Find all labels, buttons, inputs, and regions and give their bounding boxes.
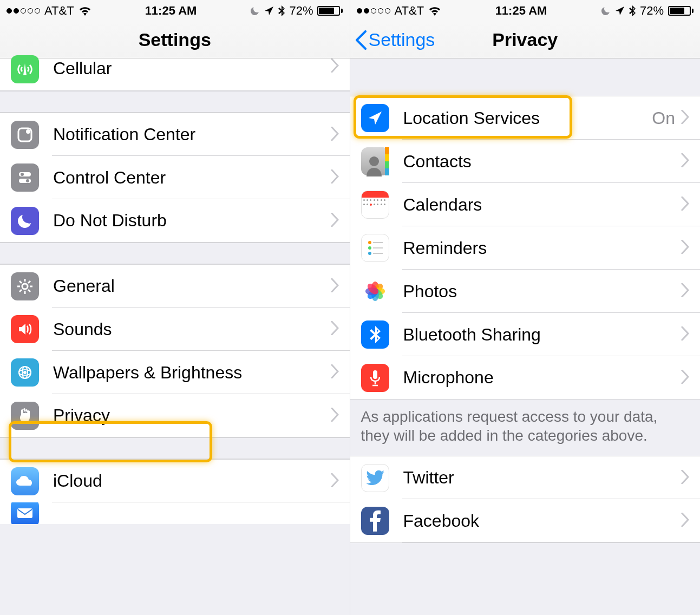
settings-pane: AT&T 11:25 AM 72% Settings — [0, 0, 350, 615]
sounds-icon — [11, 315, 39, 343]
icloud-icon — [11, 467, 39, 495]
privacy-pane: AT&T 11:25 AM 72% Settings Privacy — [350, 0, 701, 615]
microphone-icon — [361, 364, 389, 392]
location-arrow-icon — [264, 6, 274, 16]
status-time: 11:25 AM — [495, 4, 547, 18]
row-value: On — [652, 108, 675, 128]
chevron-right-icon — [681, 153, 689, 169]
chevron-right-icon — [681, 470, 689, 486]
row-label: Do Not Disturb — [53, 211, 330, 231]
chevron-right-icon — [330, 408, 339, 424]
cellular-icon — [11, 55, 39, 83]
settings-row-control-center[interactable]: Control Center — [0, 156, 350, 199]
settings-row-icloud[interactable]: iCloud — [0, 459, 350, 502]
section-footer: As applications request access to your d… — [350, 400, 701, 456]
chevron-right-icon — [330, 473, 339, 489]
svg-rect-23 — [17, 508, 32, 518]
row-label: Notification Center — [53, 125, 330, 145]
chevron-right-icon — [330, 213, 339, 229]
chevron-right-icon — [681, 513, 689, 529]
battery-icon — [668, 6, 694, 16]
privacy-row-reminders[interactable]: Reminders — [350, 226, 701, 270]
bluetooth-icon — [278, 5, 285, 16]
location-arrow-icon — [615, 6, 625, 16]
back-label: Settings — [369, 29, 435, 50]
row-label: Bluetooth Sharing — [403, 325, 681, 345]
status-bar: AT&T 11:25 AM 72% — [0, 0, 350, 22]
settings-row-privacy[interactable]: Privacy — [0, 394, 350, 437]
privacy-row-contacts[interactable]: Contacts — [350, 140, 701, 183]
row-label: Photos — [403, 282, 681, 302]
nav-bar: Settings Privacy — [350, 22, 701, 58]
bluetooth-icon — [629, 5, 636, 16]
chevron-right-icon — [681, 240, 689, 256]
svg-point-6 — [22, 284, 28, 289]
signal-dots-icon — [6, 8, 40, 14]
chevron-right-icon — [681, 283, 689, 299]
privacy-row-twitter[interactable]: Twitter — [350, 456, 701, 499]
row-label: Microphone — [403, 368, 681, 388]
row-label: Facebook — [403, 511, 681, 531]
chevron-right-icon — [681, 110, 689, 126]
chevron-right-icon — [330, 364, 339, 381]
twitter-icon — [361, 464, 389, 492]
settings-row-notification-center[interactable]: Notification Center — [0, 113, 350, 156]
page-title: Privacy — [492, 29, 558, 50]
control-center-icon — [11, 163, 39, 192]
row-label: Reminders — [403, 238, 681, 258]
row-label: Control Center — [53, 168, 330, 188]
privacy-row-calendars[interactable]: Calendars — [350, 183, 701, 226]
chevron-right-icon — [330, 127, 339, 143]
location-services-icon — [361, 104, 389, 132]
chevron-right-icon — [330, 58, 339, 75]
privacy-row-photos[interactable]: Photos — [350, 270, 701, 313]
svg-point-16 — [23, 371, 27, 374]
settings-row-sounds[interactable]: Sounds — [0, 308, 350, 351]
battery-icon — [317, 6, 343, 16]
settings-row-mail[interactable] — [0, 502, 350, 524]
row-label: Contacts — [403, 152, 681, 172]
svg-point-24 — [369, 156, 379, 166]
battery-text: 72% — [289, 4, 313, 18]
privacy-hand-icon — [11, 402, 39, 430]
bluetooth-sharing-icon — [361, 320, 389, 349]
do-not-disturb-icon — [11, 207, 39, 235]
wifi-icon — [78, 6, 91, 16]
settings-row-cellular[interactable]: Cellular — [0, 58, 350, 91]
svg-line-12 — [28, 290, 30, 292]
row-label: General — [53, 276, 330, 296]
status-time: 11:25 AM — [145, 4, 197, 18]
chevron-right-icon — [681, 370, 689, 386]
privacy-row-microphone[interactable]: Microphone — [350, 356, 701, 400]
svg-line-13 — [19, 290, 22, 292]
row-label: Sounds — [53, 319, 330, 339]
back-button[interactable]: Settings — [355, 22, 435, 58]
row-label: Privacy — [53, 405, 330, 426]
contacts-icon — [361, 147, 389, 175]
carrier-label: AT&T — [395, 4, 424, 18]
wifi-icon — [428, 6, 441, 16]
settings-row-wallpapers[interactable]: Wallpapers & Brightness — [0, 351, 350, 394]
privacy-row-facebook[interactable]: Facebook — [350, 499, 701, 542]
svg-point-5 — [26, 179, 29, 182]
chevron-right-icon — [330, 278, 339, 295]
battery-text: 72% — [640, 4, 664, 18]
row-label: Twitter — [403, 468, 681, 488]
status-bar: AT&T 11:25 AM 72% — [350, 0, 701, 22]
row-label: Cellular — [53, 58, 330, 78]
settings-row-do-not-disturb[interactable]: Do Not Disturb — [0, 199, 350, 243]
signal-dots-icon — [357, 8, 390, 14]
page-title: Settings — [139, 29, 211, 50]
privacy-row-bluetooth-sharing[interactable]: Bluetooth Sharing — [350, 313, 701, 356]
carrier-label: AT&T — [44, 4, 74, 18]
row-label: iCloud — [53, 471, 330, 491]
svg-line-11 — [19, 281, 22, 283]
settings-row-general[interactable]: General — [0, 264, 350, 308]
reminders-icon — [361, 234, 389, 262]
svg-line-14 — [28, 281, 30, 283]
svg-point-25 — [368, 241, 371, 244]
moon-icon — [250, 6, 260, 16]
notification-center-icon — [11, 121, 39, 149]
chevron-right-icon — [681, 197, 689, 213]
privacy-row-location-services[interactable]: Location Services On — [350, 96, 701, 140]
